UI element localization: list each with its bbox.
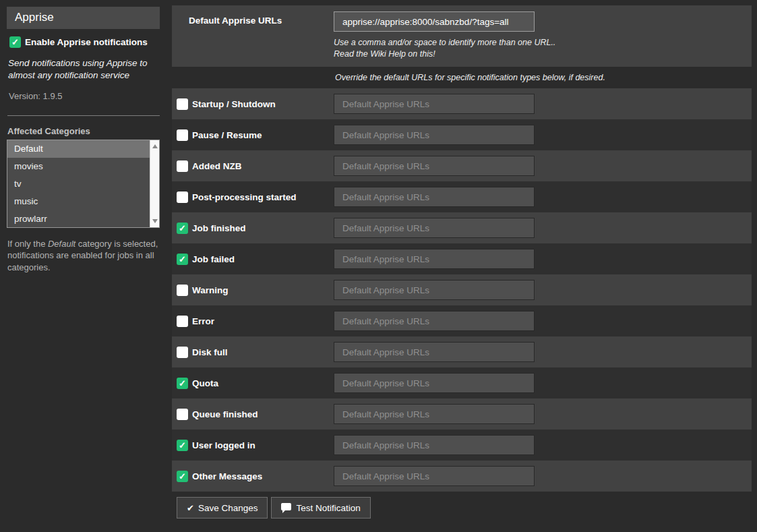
category-item-music[interactable]: music xyxy=(7,193,150,210)
notification-checkbox[interactable] xyxy=(177,409,188,420)
notification-checkbox[interactable] xyxy=(177,129,188,141)
sidebar-divider xyxy=(7,115,160,116)
notification-row: Disk full xyxy=(172,336,752,367)
category-item-default[interactable]: Default xyxy=(7,140,150,158)
notification-checkbox[interactable] xyxy=(177,347,188,358)
notification-row: Queue finished xyxy=(172,398,752,430)
notification-url-input[interactable] xyxy=(334,280,535,300)
enable-apprise-row[interactable]: Enable Apprise notifications xyxy=(9,36,160,48)
affected-categories-label: Affected Categories xyxy=(7,126,160,136)
notification-row: Pause / Resume xyxy=(172,119,752,150)
version-text: Version: 1.9.5 xyxy=(9,91,160,101)
notification-label: Post-processing started xyxy=(192,192,297,202)
listbox-scrollbar[interactable] xyxy=(150,140,159,227)
scroll-down-icon[interactable] xyxy=(152,219,158,223)
notification-row: Other Messages xyxy=(172,461,752,492)
notification-row: Warning xyxy=(172,274,752,305)
notification-label: Job finished xyxy=(192,223,246,233)
notification-checkbox[interactable] xyxy=(177,471,188,482)
notification-label: User logged in xyxy=(192,440,255,450)
default-category-note: If only the Default category is selected… xyxy=(7,238,159,274)
notification-label: Quota xyxy=(192,378,218,388)
notification-url-input[interactable] xyxy=(334,404,535,424)
notification-url-input[interactable] xyxy=(334,218,535,238)
category-item-movies[interactable]: movies xyxy=(7,158,150,175)
notification-url-input[interactable] xyxy=(334,311,535,331)
urls-help-line2: Read the Wiki Help on this! xyxy=(334,49,555,60)
notification-row: Added NZB xyxy=(172,150,752,181)
enable-apprise-checkbox[interactable] xyxy=(9,36,21,48)
notification-url-input[interactable] xyxy=(334,249,535,269)
default-urls-input[interactable] xyxy=(334,11,535,32)
default-urls-label: Default Apprise URLs xyxy=(172,5,334,60)
notification-row: User logged in xyxy=(172,430,752,461)
notification-url-input[interactable] xyxy=(334,187,535,207)
notification-row: Startup / Shutdown xyxy=(172,88,752,119)
test-notification-button[interactable]: Test Notification xyxy=(271,497,370,519)
notification-checkbox[interactable] xyxy=(177,98,188,110)
page-title: Apprise xyxy=(7,7,160,29)
speech-bubble-icon xyxy=(281,503,291,510)
save-changes-button[interactable]: ✔ Save Changes xyxy=(177,497,268,519)
notification-label: Added NZB xyxy=(192,161,242,171)
notification-checkbox[interactable] xyxy=(177,160,188,172)
notification-label: Queue finished xyxy=(192,409,258,419)
notification-checkbox[interactable] xyxy=(177,316,188,327)
notification-url-input[interactable] xyxy=(334,125,535,145)
categories-listbox[interactable]: Defaultmoviestvmusicprowlarr xyxy=(7,140,160,228)
notification-url-input[interactable] xyxy=(334,373,535,393)
categories-list: Defaultmoviestvmusicprowlarr xyxy=(7,140,150,227)
notification-label: Pause / Resume xyxy=(192,130,262,140)
notification-label: Job failed xyxy=(192,254,235,264)
checkmark-icon: ✔ xyxy=(187,503,194,513)
notification-url-input[interactable] xyxy=(334,466,535,486)
notification-label: Startup / Shutdown xyxy=(192,99,276,109)
notification-row: Quota xyxy=(172,367,752,398)
notification-url-input[interactable] xyxy=(334,435,535,455)
notification-url-input[interactable] xyxy=(334,94,535,114)
notification-checkbox[interactable] xyxy=(177,223,188,234)
notification-checkbox[interactable] xyxy=(177,191,188,203)
override-note: Override the default URLs for specific n… xyxy=(172,67,752,88)
apprise-description: Send notifications using Apprise to almo… xyxy=(8,57,158,82)
notification-row: Job failed xyxy=(172,243,752,274)
notification-label: Other Messages xyxy=(192,471,262,481)
urls-help-text: Use a comma and/or space to identify mor… xyxy=(334,37,555,60)
urls-help-line1: Use a comma and/or space to identify mor… xyxy=(334,37,555,49)
sidebar: Apprise Enable Apprise notifications Sen… xyxy=(7,7,160,519)
notification-checkbox[interactable] xyxy=(177,254,188,265)
scroll-up-icon[interactable] xyxy=(152,144,158,148)
notification-url-input[interactable] xyxy=(334,342,535,362)
notification-label: Warning xyxy=(192,285,229,295)
main-panel: Default Apprise URLs Use a comma and/or … xyxy=(172,5,752,519)
button-bar: ✔ Save Changes Test Notification xyxy=(177,497,752,519)
notification-url-input[interactable] xyxy=(334,156,535,176)
notification-checkbox[interactable] xyxy=(177,440,188,451)
save-changes-label: Save Changes xyxy=(198,503,258,513)
notification-label: Error xyxy=(192,316,214,326)
category-item-tv[interactable]: tv xyxy=(7,175,150,193)
notification-row: Job finished xyxy=(172,212,752,243)
notification-row: Error xyxy=(172,305,752,336)
notification-label: Disk full xyxy=(192,347,228,357)
notification-row: Post-processing started xyxy=(172,181,752,212)
enable-apprise-label: Enable Apprise notifications xyxy=(25,37,148,47)
notification-checkbox[interactable] xyxy=(177,378,188,389)
notification-rows: Startup / Shutdown Pause / Resume Added … xyxy=(172,88,752,492)
page: Apprise Enable Apprise notifications Sen… xyxy=(0,0,757,525)
notification-checkbox[interactable] xyxy=(177,285,188,296)
test-notification-label: Test Notification xyxy=(296,503,360,513)
category-item-prowlarr[interactable]: prowlarr xyxy=(7,210,150,228)
default-urls-section: Default Apprise URLs Use a comma and/or … xyxy=(172,5,752,67)
